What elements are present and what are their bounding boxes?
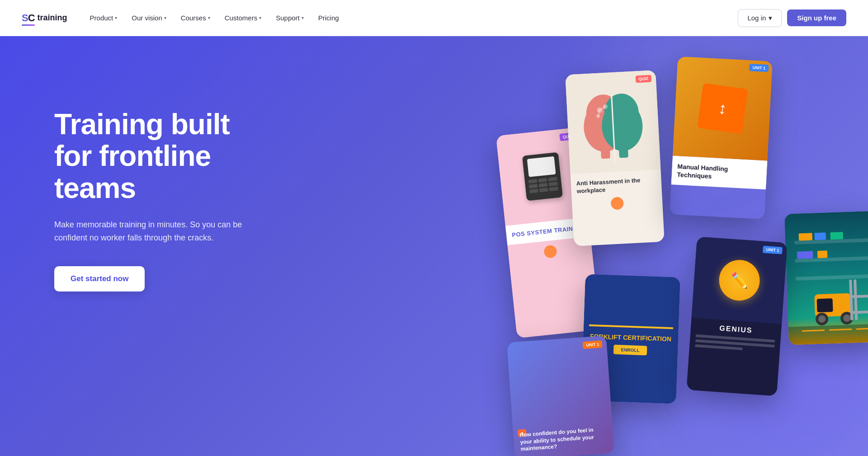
chevron-down-icon: ▾ — [259, 15, 261, 20]
nav-item-courses[interactable]: Courses ▾ — [175, 10, 217, 25]
nav-pricing-label: Pricing — [318, 14, 339, 22]
nav-links: Product ▾ Our vision ▾ Courses ▾ Custome… — [84, 10, 345, 25]
card-genius-body: GENIUS — [689, 318, 782, 360]
svg-rect-16 — [799, 233, 813, 241]
signup-label: Sign up free — [797, 14, 836, 22]
card-warehouse — [784, 211, 868, 345]
get-started-button[interactable]: Get started now — [54, 266, 145, 291]
svg-rect-19 — [797, 251, 813, 259]
chevron-down-icon: ▾ — [302, 15, 304, 20]
card-anti-harassment-badge: QUIZ — [635, 75, 651, 83]
cta-label: Get started now — [71, 274, 128, 283]
login-button[interactable]: Log in ▾ — [738, 9, 782, 27]
signup-button[interactable]: Sign up free — [787, 9, 846, 26]
card-confidence: UNIT 1 ● How confident do you feel in yo… — [507, 336, 614, 456]
svg-line-34 — [856, 329, 868, 329]
nav-item-support[interactable]: Support ▾ — [269, 10, 310, 25]
navbar: SC training Product ▾ Our vision ▾ Cours… — [0, 0, 868, 36]
svg-rect-31 — [788, 324, 868, 345]
genius-line-3 — [695, 344, 743, 350]
svg-rect-18 — [830, 232, 843, 240]
logo-underline-decoration — [22, 24, 35, 26]
card-genius-badge: UNIT 1 — [763, 246, 783, 254]
card-anti-harassment-illustration — [565, 70, 660, 174]
chevron-down-icon: ▾ — [164, 15, 166, 20]
nav-item-our-vision[interactable]: Our vision ▾ — [125, 10, 173, 25]
nav-product-label: Product — [90, 14, 113, 22]
chevron-down-icon: ▾ — [208, 15, 210, 20]
forklift-divider — [589, 324, 673, 329]
navbar-right: Log in ▾ Sign up free — [738, 9, 846, 27]
card-anti-harassment-title: Anti Harassment in the workplace — [576, 176, 656, 195]
manual-handling-badge: UNIT 1 — [749, 64, 769, 72]
logo-brand-text: training — [38, 13, 67, 23]
genius-circle-decoration: ✏️ — [718, 259, 761, 302]
orange-sign-decoration: ↕ — [697, 83, 748, 134]
svg-line-33 — [829, 329, 852, 330]
pos-keypad — [524, 174, 562, 197]
svg-rect-10 — [618, 144, 628, 158]
logo-s: S — [22, 12, 28, 24]
warehouse-svg — [784, 211, 868, 345]
card-manual-handling-title: Manual Handling Techniques — [677, 162, 762, 183]
card-manual-handling-photo: ↕ UNIT 1 — [673, 56, 773, 161]
logo-sc-text: SC — [22, 12, 35, 24]
svg-rect-9 — [600, 145, 610, 159]
card-manual-handling-body: Manual Handling Techniques — [671, 155, 767, 189]
hero-cards-area: QUIZ POS SYSTEM TRAINING QUIZ — [497, 50, 868, 456]
chevron-down-icon: ▾ — [769, 14, 772, 22]
svg-line-32 — [802, 330, 825, 331]
nav-courses-label: Courses — [181, 14, 206, 22]
card-anti-harassment-body: Anti Harassment in the workplace — [571, 169, 663, 218]
nav-item-customers[interactable]: Customers ▾ — [218, 10, 268, 25]
nav-customers-label: Customers — [225, 14, 258, 22]
nav-item-pricing[interactable]: Pricing — [312, 10, 345, 25]
nav-item-product[interactable]: Product ▾ — [84, 10, 124, 25]
svg-rect-22 — [817, 298, 833, 312]
card-genius: UNIT 1 ✏️ GENIUS — [686, 236, 787, 396]
hero-content: Training built for frontline teams Make … — [0, 72, 262, 319]
pencil-icon: ✏️ — [730, 271, 749, 290]
genius-lines-decoration — [695, 334, 775, 353]
card-genius-title: GENIUS — [696, 323, 776, 336]
navbar-left: SC training Product ▾ Our vision ▾ Cours… — [22, 10, 345, 25]
hero-section: Training built for frontline teams Make … — [0, 36, 868, 456]
nav-support-label: Support — [276, 14, 300, 22]
head-svg-illustration — [575, 75, 651, 169]
card-confidence-text: How confident do you feel in your abilit… — [519, 426, 608, 453]
card-manual-handling: ↕ UNIT 1 Manual Handling Techniques — [670, 56, 773, 220]
chevron-down-icon: ▾ — [115, 15, 117, 20]
logo-c: C — [28, 12, 35, 24]
card-confidence-badge: UNIT 1 — [583, 340, 603, 349]
card-anti-harassment-action-dot — [611, 197, 624, 210]
arrow-icon: ↕ — [717, 99, 728, 118]
login-label: Log in — [747, 14, 766, 22]
card-forklift-enroll: ENROLL — [613, 345, 647, 356]
card-anti-harassment: QUIZ — [565, 70, 665, 246]
hero-title: Training built for frontline teams — [54, 108, 262, 204]
pos-device-icon — [522, 152, 562, 201]
warehouse-photo — [784, 211, 868, 345]
svg-rect-17 — [814, 232, 826, 240]
hero-subtitle: Make memorable training in minutes. So y… — [54, 218, 262, 244]
card-pos-dot — [543, 244, 557, 259]
nav-our-vision-label: Our vision — [132, 14, 162, 22]
card-anti-harassment-footer — [577, 195, 657, 212]
pos-screen — [527, 156, 556, 177]
logo[interactable]: SC training — [22, 12, 67, 24]
svg-rect-20 — [817, 250, 828, 258]
